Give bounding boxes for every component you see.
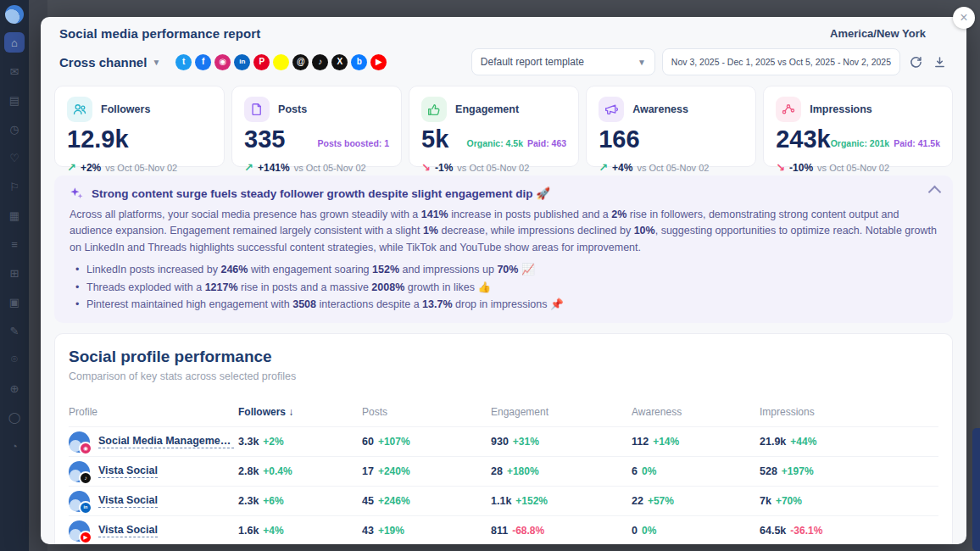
awareness-cell: 112+14% xyxy=(632,436,760,448)
sparkle-icon xyxy=(70,186,84,200)
metric-value: 5k xyxy=(421,127,448,152)
refresh-icon[interactable] xyxy=(907,53,924,70)
x-icon[interactable]: X xyxy=(331,54,348,70)
instagram-badge-icon: ◉ xyxy=(79,442,92,455)
sidebar-icon[interactable]: ⊞ xyxy=(4,263,25,283)
metric-delta: +141% xyxy=(258,162,290,174)
organic-value: Organic: 201k xyxy=(831,138,889,148)
tiktok-badge-icon: ♪ xyxy=(79,471,92,485)
sidebar-icon[interactable]: ♡ xyxy=(4,147,25,168)
sidebar-icon[interactable]: ⚐ xyxy=(4,176,25,197)
sidebar-icon[interactable]: ◷ xyxy=(4,119,25,139)
column-header-profile[interactable]: Profile xyxy=(69,406,238,418)
sidebar-home-icon[interactable]: ⌂ xyxy=(4,32,25,53)
sidebar-icon[interactable]: ▤ xyxy=(4,90,25,110)
snapchat-icon[interactable] xyxy=(273,54,289,70)
followers-cell: 3.3k+2% xyxy=(238,436,362,448)
metric-label: Engagement xyxy=(455,103,519,115)
followers-cell: 2.8k+0.4% xyxy=(238,465,362,477)
sidebar-icon[interactable]: ⌾ xyxy=(4,349,25,370)
posts-cell: 45+246% xyxy=(362,495,491,507)
organic-paid-split: Organic: 201kPaid: 41.5k xyxy=(831,138,940,152)
column-header-followers[interactable]: Followers ↓ xyxy=(238,406,362,418)
app-logo xyxy=(5,5,24,24)
awareness-cell: 22+57% xyxy=(632,495,760,507)
impressions-cell: 21.9k+44% xyxy=(760,436,938,448)
column-header-engagement[interactable]: Engagement xyxy=(491,406,632,418)
sidebar-icon[interactable]: ≡ xyxy=(4,234,25,254)
engagement-cell: 28+180% xyxy=(491,465,632,477)
profile-avatar: ◉ xyxy=(69,431,90,453)
sidebar-icon[interactable]: ✎ xyxy=(4,320,25,341)
pinterest-icon[interactable]: P xyxy=(253,54,270,70)
youtube-icon[interactable]: ▶ xyxy=(370,54,387,70)
table-row: in Vista Social 2.3k+6% 45+246% 1.1k+152… xyxy=(69,486,938,515)
download-icon[interactable] xyxy=(931,53,948,70)
ai-summary-header: Strong content surge fuels steady follow… xyxy=(70,186,938,200)
linkedin-icon[interactable]: in xyxy=(234,54,250,70)
linkedin-badge-icon: in xyxy=(79,501,92,515)
profile-name-link[interactable]: Vista Social xyxy=(98,494,158,508)
compare-period: vs Oct 05-Nov 02 xyxy=(457,163,529,173)
profile-avatar: ♪ xyxy=(69,461,90,482)
metric-card-posts: Posts 335 Posts boosted: 1 ↗ +141% vs Oc… xyxy=(231,86,402,167)
sidebar-icon[interactable]: ⊕ xyxy=(4,378,25,398)
metric-card-engagement: Engagement 5k Organic: 4.5kPaid: 463 ↘ -… xyxy=(409,86,579,167)
close-icon[interactable]: × xyxy=(953,7,975,29)
trend-arrow-icon: ↗ xyxy=(599,161,608,174)
column-header-awareness[interactable]: Awareness xyxy=(632,406,760,418)
profile-name-link[interactable]: Social Media Management Tool for Agencie… xyxy=(98,435,234,448)
ai-summary-panel: Strong content surge fuels steady follow… xyxy=(54,175,953,323)
tiktok-icon[interactable]: ♪ xyxy=(312,54,328,70)
sort-desc-icon: ↓ xyxy=(286,406,293,418)
sidebar-icon[interactable]: ◯ xyxy=(4,407,25,427)
sidebar-icon[interactable]: ▦ xyxy=(4,205,25,225)
profile-avatar: in xyxy=(69,491,90,512)
posts-cell: 43+19% xyxy=(362,525,491,537)
table-body: ◉ Social Media Management Tool for Agenc… xyxy=(69,426,938,544)
trend-arrow-icon: ↗ xyxy=(244,161,253,174)
sidebar-icon[interactable]: ◔ xyxy=(4,436,25,456)
table-row: ♪ Vista Social 2.8k+0.4% 17+240% 28+180%… xyxy=(69,456,938,486)
organic-value: Organic: 4.5k xyxy=(467,138,524,148)
column-header-impressions[interactable]: Impressions xyxy=(760,406,938,418)
twitter-icon[interactable]: t xyxy=(175,54,192,70)
section-title: Social profile performance xyxy=(69,348,938,366)
sidebar-icon[interactable]: ▣ xyxy=(4,292,25,312)
scrollbar-thumb[interactable] xyxy=(972,428,980,551)
app-sidebar: ⌂ ✉ ▤ ◷ ♡ ⚐ ▦ ≡ ⊞ ▣ ✎ ⌾ ⊕ ◯ ◔ xyxy=(0,0,29,551)
metric-card-awareness: Awareness 166 ↗ +4% vs Oct 05-Nov 02 xyxy=(586,86,756,167)
impressions-icon xyxy=(776,97,801,122)
ai-bullet: Pinterest maintained high engagement wit… xyxy=(86,297,938,313)
bluesky-icon[interactable]: b xyxy=(351,54,367,70)
profile-name-link[interactable]: Vista Social xyxy=(98,465,158,478)
facebook-icon[interactable]: f xyxy=(195,54,211,70)
metric-cards: Followers 12.9k ↗ +2% vs Oct 05-Nov 02 P… xyxy=(54,86,953,167)
awareness-icon xyxy=(599,97,624,122)
table-row: ▶ Vista Social 1.6k+4% 43+19% 811-68.8% … xyxy=(69,515,938,544)
posts-cell: 60+107% xyxy=(362,436,491,448)
engagement-icon xyxy=(421,97,447,122)
awareness-cell: 00% xyxy=(632,525,760,537)
instagram-icon[interactable]: ◉ xyxy=(214,54,231,70)
sidebar-icon[interactable]: ✉ xyxy=(4,61,25,81)
compare-period: vs Oct 05-Nov 02 xyxy=(105,163,177,173)
table-row: ◉ Social Media Management Tool for Agenc… xyxy=(69,426,938,456)
date-range-picker[interactable]: Nov 3, 2025 - Dec 1, 2025 vs Oct 5, 2025… xyxy=(662,48,900,75)
followers-cell: 2.3k+6% xyxy=(238,495,362,507)
followers-icon xyxy=(67,97,92,122)
engagement-cell: 811-68.8% xyxy=(491,525,632,537)
metric-card-impressions: Impressions 243k Organic: 201kPaid: 41.5… xyxy=(763,86,953,167)
metric-value: 166 xyxy=(599,127,639,152)
paid-value: Paid: 463 xyxy=(527,138,566,148)
metric-delta: +2% xyxy=(81,162,101,174)
channel-dropdown[interactable]: Cross channel ▼ xyxy=(59,55,160,70)
report-template-select[interactable]: Default report template ▼ xyxy=(471,48,655,75)
metric-delta: +4% xyxy=(612,162,632,174)
compare-period: vs Oct 05-Nov 02 xyxy=(817,163,889,173)
column-header-posts[interactable]: Posts xyxy=(362,406,491,418)
threads-icon[interactable]: @ xyxy=(292,54,309,70)
followers-cell: 1.6k+4% xyxy=(238,525,362,537)
engagement-cell: 1.1k+152% xyxy=(491,495,632,507)
profile-name-link[interactable]: Vista Social xyxy=(98,524,158,537)
